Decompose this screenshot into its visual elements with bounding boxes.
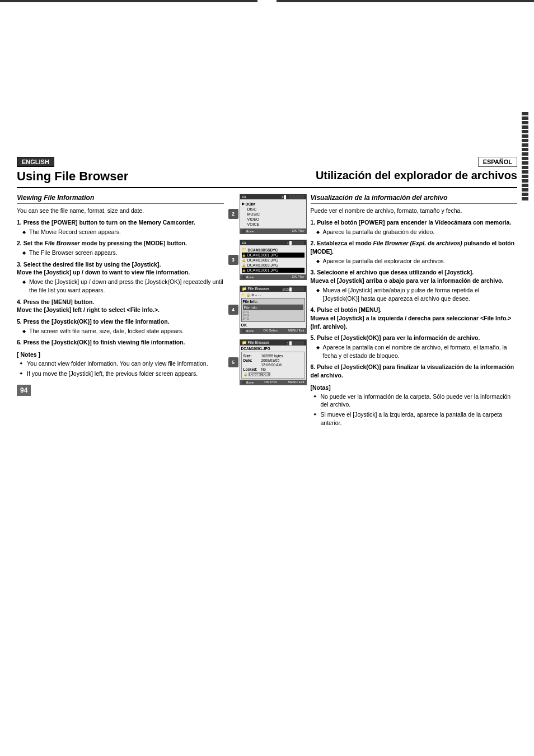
espanol-badge: ESPAÑOL: [478, 157, 517, 167]
english-step-3: 3. Select the desired file list by using…: [17, 260, 224, 295]
screen-5-filename: DCAM10001.JPG: [241, 347, 305, 351]
screen-item-voice: VOICE: [242, 222, 305, 227]
espanol-title: Utilización del explorador de archivos: [267, 169, 517, 182]
screen-3-file1: 🔒 DCAM10001.JPG: [242, 253, 305, 258]
screen-2-wrapper: 2 🗂 1 ▉ ⬛⬛⬛⬛ ▶ DCIM: [240, 194, 305, 234]
screen-3-folder: 📁 DCAM10BSSDYC: [242, 247, 305, 253]
screen-5-wrapper: 5 📁 File Browser 1 ▉⬛⬛⬛ DCAM10001.JPG Si…: [240, 339, 305, 385]
espanol-step-3: 3. Selecioone el archivo que desea utili…: [311, 268, 518, 302]
espanol-section-heading: Visualización de la información del arch…: [311, 194, 518, 204]
screen-item-disc: DISC: [242, 207, 305, 212]
screen-4-menu: File Info. File Info. JPG JPG JPG: [241, 298, 305, 322]
page-number: 94: [17, 385, 31, 396]
espanol-step-4: 4. Pulse el botón [MENU]. Mueva el [Joys…: [311, 306, 518, 330]
step-indicator-4: 4: [228, 305, 238, 315]
english-step-5: 5. Press the [Joystick(OK)] to view the …: [17, 318, 224, 335]
screen-3-wrapper: 3 🗂 1 ▉⬛⬛⬛ 📁 DCAM10BSSDYC: [240, 240, 305, 280]
english-notes: [ Notes ] You cannot view folder informa…: [17, 351, 224, 377]
screen-3-file3: 🔒 DCAM10003.JPG: [242, 263, 305, 268]
screen-5-header: 📁 File Browser 1 ▉⬛⬛⬛: [240, 340, 306, 346]
english-step-4: 4. Press the [MENU] button.Move the [Joy…: [17, 298, 224, 314]
screen-4-header: 📁 File Browser 1/13 ▉⬛⬛⬛: [240, 286, 306, 292]
screen-item-music: MUSIC: [242, 212, 305, 217]
espanol-content: Visualización de la información del arch…: [311, 194, 518, 428]
english-content: Viewing File Information You can see the…: [17, 194, 224, 428]
screens-column: 2 🗂 1 ▉ ⬛⬛⬛⬛ ▶ DCIM: [229, 194, 305, 428]
screen-2-header: 🗂 1 ▉ ⬛⬛⬛⬛: [240, 194, 306, 199]
screen-5-body: DCAM10001.JPG Size: 102855 bytes Date: 2…: [240, 346, 306, 380]
screen-3-header: 🗂 1 ▉⬛⬛⬛: [240, 240, 306, 245]
screen-4-footer: ⬛Move OK Select MENU Exit: [240, 328, 306, 333]
page-container: ENGLISH ESPAÑOL Using File Browser Utili…: [0, 0, 534, 756]
espanol-step-6: 6. Pulse el [Joystick(OK)] para finaliza…: [311, 363, 518, 379]
english-title: Using File Browser: [17, 169, 267, 184]
espanol-step-1: 1. Pulse el botón [POWER] para encender …: [311, 218, 518, 236]
espanol-step-5: 5. Pulse el [Joystick(OK)] para ver la i…: [311, 334, 518, 360]
screen-2-footer: ⬛Move OK Play: [240, 228, 306, 234]
screen-3-body: 📁 DCAM10BSSDYC 🔒 DCAM10001.JPG 🔒 DCAM100…: [240, 245, 306, 274]
english-badge: ENGLISH: [17, 157, 54, 167]
screen-2: 🗂 1 ▉ ⬛⬛⬛⬛ ▶ DCIM DISC: [240, 194, 307, 234]
step-indicator-2: 2: [228, 209, 238, 219]
screen-3-file2: 🔒 DCAM10002.JPG: [242, 258, 305, 263]
screen-5: 📁 File Browser 1 ▉⬛⬛⬛ DCAM10001.JPG Size…: [240, 339, 307, 385]
espanol-steps: 1. Pulse el botón [POWER] para encender …: [311, 218, 518, 380]
screen-item-dcim: ▶ DCIM: [242, 201, 305, 207]
screen-2-body: ▶ DCIM DISC MUSIC VID: [240, 199, 306, 228]
english-step-6: 6. Press the [Joystick(OK)] to finish vi…: [17, 338, 224, 347]
screen-3-footer: ⬛Move OK Play: [240, 274, 306, 279]
screen-5-footer: ⬛Move OK Prev MENU Exit: [240, 380, 306, 385]
english-section-heading: Viewing File Information: [17, 194, 224, 204]
screen-4: 📁 File Browser 1/13 ▉⬛⬛⬛ 📁 🔒 ⚙ + · ·: [240, 286, 307, 334]
screen-3-file4: 🔒 DCAM10001.JPG: [242, 268, 305, 273]
top-bar-left: [0, 0, 257, 2]
top-bar-right: [277, 0, 534, 2]
content-area: Viewing File Information You can see the…: [17, 194, 517, 428]
step-indicator-5: 5: [228, 357, 238, 367]
english-intro: You can see the file name, format, size …: [17, 207, 224, 214]
screen-5-info: Size: 102855 bytes Date: 2009/03/05 12:0…: [241, 352, 305, 379]
screen-item-video: VIDEO: [242, 217, 305, 222]
step-indicator-3: 3: [228, 255, 238, 265]
espanol-step-2: 2. Establezca el modo File Browser (Expl…: [311, 239, 518, 265]
screen-4-body: 📁 🔒 ⚙ + · · File Info. File Info. JPG JP…: [240, 292, 306, 328]
espanol-notes: [Notas] No puede ver la información de l…: [311, 384, 518, 427]
espanol-notes-title: [Notas]: [311, 384, 518, 391]
espanol-intro: Puede ver el nombre de archivo, formato,…: [311, 207, 518, 214]
right-side-bars: [522, 112, 528, 280]
lang-badges-row: ENGLISH ESPAÑOL: [17, 157, 517, 167]
english-step-1: 1. Press the [POWER] button to turn on t…: [17, 218, 224, 236]
english-step-2: 2. Set the File Browser mode by pressing…: [17, 239, 224, 256]
screen-4-wrapper: 4 📁 File Browser 1/13 ▉⬛⬛⬛ 📁 🔒 ⚙ +: [240, 286, 305, 334]
english-steps: 1. Press the [POWER] button to turn on t…: [17, 218, 224, 347]
main-titles-row: Using File Browser Utilización del explo…: [17, 169, 517, 188]
english-notes-title: [ Notes ]: [17, 351, 224, 358]
screen-3: 🗂 1 ▉⬛⬛⬛ 📁 DCAM10BSSDYC 🔒 DCAM10001.JPG: [240, 240, 307, 280]
